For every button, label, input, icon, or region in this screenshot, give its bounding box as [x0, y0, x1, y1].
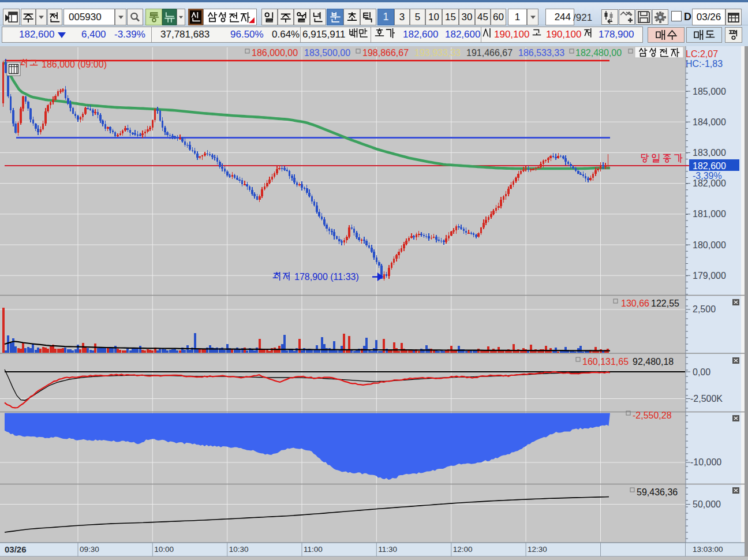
svg-text:181,000: 181,000 — [693, 209, 726, 219]
svg-text:185,000: 185,000 — [693, 87, 726, 96]
svg-text:160,131,65: 160,131,65 — [582, 357, 629, 367]
svg-text:50,000: 50,000 — [693, 499, 721, 509]
svg-text:-3,39%: -3,39% — [693, 171, 722, 181]
svg-text:13:03:00: 13:03:00 — [693, 545, 723, 554]
svg-text:130,66: 130,66 — [621, 298, 649, 308]
svg-text:LC:2,07: LC:2,07 — [686, 49, 718, 59]
svg-text:179,000: 179,000 — [693, 271, 726, 281]
svg-text:HC:-1,83: HC:-1,83 — [686, 59, 723, 69]
svg-text:0,00: 0,00 — [693, 367, 710, 377]
svg-text:09:30: 09:30 — [80, 545, 99, 554]
svg-text:2,500: 2,500 — [693, 304, 716, 314]
svg-text:186,000 (09:00): 186,000 (09:00) — [42, 59, 107, 69]
svg-text:198,866,67: 198,866,67 — [362, 48, 409, 58]
svg-text:122,55: 122,55 — [651, 298, 679, 308]
svg-text:191,466,67: 191,466,67 — [466, 48, 513, 58]
svg-text:193,933,33: 193,933,33 — [414, 48, 461, 58]
svg-text:183,500,00: 183,500,00 — [304, 48, 350, 58]
svg-text:182,480,00: 182,480,00 — [575, 48, 622, 58]
svg-text:184,000: 184,000 — [693, 117, 726, 127]
svg-text:-2,500K: -2,500K — [690, 394, 723, 404]
svg-text:12:30: 12:30 — [528, 545, 547, 554]
svg-text:186,000,00: 186,000,00 — [252, 48, 298, 58]
svg-text:182,600: 182,600 — [693, 161, 726, 171]
svg-text:10:30: 10:30 — [229, 545, 249, 554]
svg-text:178,900 (11:33): 178,900 (11:33) — [294, 272, 359, 282]
svg-text:186,533,33: 186,533,33 — [518, 48, 564, 58]
svg-text:-10,000: -10,000 — [690, 457, 721, 467]
svg-text:12:00: 12:00 — [453, 545, 473, 554]
svg-text:183,000: 183,000 — [693, 148, 726, 158]
svg-text:11:30: 11:30 — [378, 545, 397, 554]
svg-text:10:00: 10:00 — [154, 545, 174, 554]
svg-text:03/26: 03/26 — [5, 544, 27, 554]
svg-text:180,000: 180,000 — [693, 240, 726, 250]
svg-text:-2,550,28: -2,550,28 — [633, 410, 672, 420]
svg-text:92,480,18: 92,480,18 — [633, 357, 674, 367]
svg-text:11:00: 11:00 — [304, 545, 323, 554]
svg-text:59,436,36: 59,436,36 — [637, 487, 678, 497]
